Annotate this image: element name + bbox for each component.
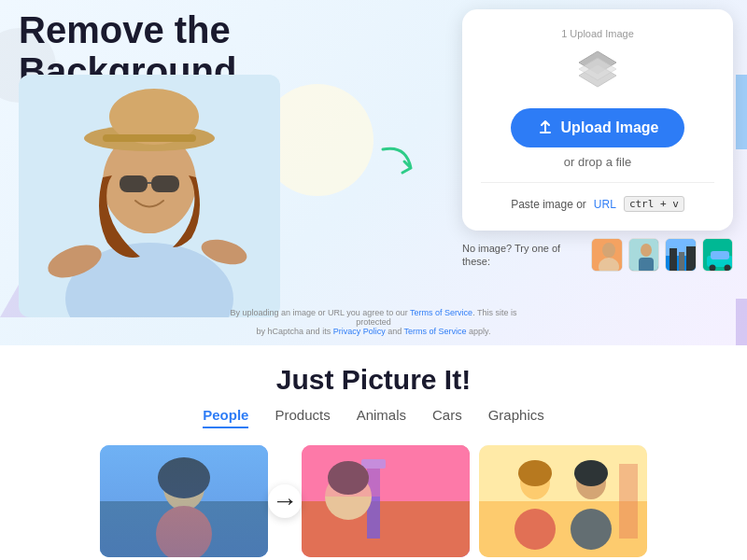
arrow-indicator <box>378 135 434 195</box>
shortcut-kbd: ctrl + v <box>624 196 684 212</box>
after-image <box>302 445 470 557</box>
preview-card-after <box>302 445 470 557</box>
top-section: Remove the Background 100% Automatically… <box>0 0 747 345</box>
before-image <box>100 445 268 557</box>
svg-point-31 <box>724 265 730 272</box>
third-image <box>479 445 647 557</box>
or-drop-label: or drop a file <box>564 155 631 169</box>
svg-rect-25 <box>679 252 684 272</box>
svg-point-30 <box>709 265 715 272</box>
person-photo <box>19 75 280 317</box>
svg-point-49 <box>518 460 552 486</box>
svg-rect-24 <box>669 248 677 272</box>
tos-link[interactable]: Terms of Service <box>410 308 472 317</box>
no-image-text: No image? Try one of these: <box>462 242 582 269</box>
svg-point-35 <box>156 506 212 557</box>
tab-graphics[interactable]: Graphics <box>488 407 544 428</box>
svg-rect-38 <box>302 501 470 557</box>
arrow-svg <box>378 135 434 191</box>
upload-image-button[interactable]: Upload Image <box>511 108 685 147</box>
between-arrow: → <box>268 445 302 557</box>
bottom-section: Just Picture It! People Products Animals… <box>0 345 747 560</box>
svg-point-48 <box>514 509 556 550</box>
preview-card-third <box>479 445 647 557</box>
svg-point-17 <box>602 243 615 258</box>
decorative-rect-right2 <box>736 299 747 345</box>
sample-thumb-4[interactable] <box>702 238 734 272</box>
svg-point-51 <box>571 509 612 550</box>
sample-thumb-1[interactable] <box>591 238 623 272</box>
svg-rect-26 <box>686 246 696 272</box>
svg-rect-21 <box>639 258 654 272</box>
tab-products[interactable]: Products <box>275 407 330 428</box>
sample-thumb-2[interactable] <box>628 238 660 272</box>
category-tabs: People Products Animals Cars Graphics <box>0 407 747 428</box>
panel-divider <box>481 182 714 183</box>
tab-cars[interactable]: Cars <box>432 407 462 428</box>
decorative-rect-right <box>736 75 747 149</box>
step-label: 1 Upload Image <box>561 28 634 39</box>
hero-person-image <box>19 75 308 336</box>
svg-rect-10 <box>151 175 179 192</box>
upload-panel: 1 Upload Image Upload Image or drop a fi… <box>462 9 733 231</box>
just-picture-title: Just Picture It! <box>0 364 747 396</box>
preview-row: → <box>0 445 747 557</box>
svg-rect-32 <box>100 445 268 557</box>
svg-point-52 <box>574 460 608 486</box>
url-link[interactable]: URL <box>594 198 616 211</box>
upload-icon-area <box>574 47 621 97</box>
svg-rect-44 <box>302 445 470 497</box>
paste-row: Paste image or URL ctrl + v <box>511 196 684 212</box>
svg-rect-29 <box>711 251 729 259</box>
paste-text: Paste image or <box>511 198 586 211</box>
svg-point-36 <box>158 457 210 498</box>
privacy-link[interactable]: Privacy Policy <box>333 327 386 336</box>
tos2-link[interactable]: Terms of Service <box>404 327 467 336</box>
terms-text: By uploading an image or URL you agree t… <box>215 308 532 336</box>
arrow-icon: → <box>268 484 302 518</box>
tab-animals[interactable]: Animals <box>357 407 406 428</box>
svg-point-34 <box>163 464 204 511</box>
svg-rect-15 <box>540 132 551 133</box>
tab-people[interactable]: People <box>203 407 248 428</box>
svg-rect-8 <box>103 134 196 142</box>
svg-point-20 <box>641 244 652 257</box>
sample-images-row: No image? Try one of these: <box>462 238 733 272</box>
svg-rect-33 <box>100 501 268 557</box>
svg-rect-53 <box>619 464 638 539</box>
preview-card-before <box>100 445 268 557</box>
person-svg <box>19 75 280 317</box>
svg-rect-9 <box>120 175 148 192</box>
upload-arrow-icon <box>537 119 554 136</box>
sample-thumb-3[interactable] <box>665 238 697 272</box>
layers-icon <box>574 47 621 93</box>
sample-images-section: No image? Try one of these: <box>462 238 733 272</box>
